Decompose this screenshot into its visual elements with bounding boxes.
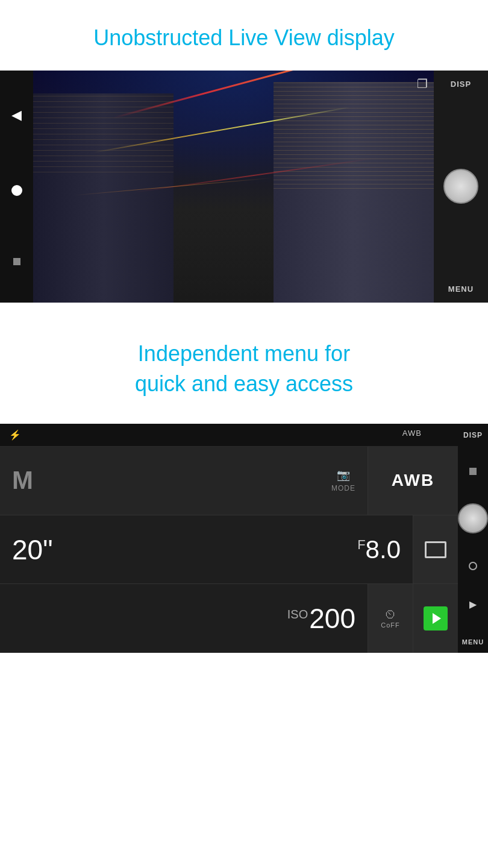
awb-value: AWB — [392, 471, 434, 490]
control-row-iso[interactable]: ISO200 ⏲ CoFF — [0, 584, 458, 652]
top-status-bar: ⚡ AWB — [0, 424, 458, 447]
coff-label: CoFF — [381, 621, 400, 629]
small-square-icon — [469, 468, 477, 475]
exposure-cell[interactable]: 20" F8.0 — [0, 515, 413, 583]
mode-cell[interactable]: M 📷 MODE — [0, 447, 368, 515]
arrow-left-icon[interactable]: ◀ — [11, 107, 22, 123]
iso-prefix: ISO — [287, 608, 308, 621]
disp-button-2[interactable]: DISP — [463, 431, 483, 439]
mode-label: MODE — [331, 484, 355, 492]
play-triangle-icon — [433, 613, 441, 624]
right-panel-1: DISP MENU — [434, 71, 488, 303]
control-row-exposure[interactable]: 20" F8.0 — [0, 515, 458, 584]
control-row-mode[interactable]: M 📷 MODE AWB — [0, 447, 458, 515]
awb-top-label: AWB — [402, 429, 422, 438]
live-view-area: ❐ — [33, 71, 434, 303]
shutter-button-1[interactable] — [443, 169, 478, 204]
exposure-value: 20" — [12, 533, 53, 566]
flash-icon: ⚡ — [9, 429, 21, 441]
awb-cell[interactable]: AWB — [368, 447, 458, 515]
building-left — [33, 93, 174, 303]
right-panel-2: DISP ▶ MENU — [458, 424, 488, 653]
menu-button-2[interactable]: MENU — [462, 638, 484, 646]
shutter-button-2[interactable] — [458, 503, 488, 533]
mode-right: 📷 MODE — [331, 468, 355, 492]
play-cell[interactable] — [413, 584, 458, 652]
menu-button-1[interactable]: MENU — [448, 285, 474, 294]
camera-ui-2: ⚡ AWB M 📷 MODE AWB 20" F8.0 — [0, 424, 488, 653]
play-button-green[interactable] — [424, 606, 448, 631]
frame-icon — [425, 541, 446, 558]
fullscreen-icon[interactable]: ❐ — [417, 77, 428, 91]
disp-button-1[interactable]: DISP — [451, 80, 471, 89]
section-1-title: Unobstructed Live View display — [0, 0, 488, 71]
arrow-right-icon[interactable]: ▶ — [469, 599, 477, 610]
frame-cell[interactable] — [413, 515, 458, 583]
section-2-title: Independent menu for quick and easy acce… — [0, 303, 488, 424]
camera-small-icon: 📷 — [337, 468, 350, 482]
ccoff-content: ⏲ CoFF — [381, 608, 400, 629]
mode-letter: M — [12, 466, 33, 495]
dot-white — [11, 185, 22, 196]
dot-small-icon — [13, 258, 20, 265]
iso-cell[interactable]: ISO200 — [0, 584, 368, 652]
ccoff-cell[interactable]: ⏲ CoFF — [368, 584, 413, 652]
main-controls: ⚡ AWB M 📷 MODE AWB 20" F8.0 — [0, 424, 458, 653]
street-scene — [33, 71, 434, 303]
fstop-prefix: F — [357, 537, 365, 552]
dot-ring-icon — [469, 562, 477, 570]
camera-ui-1: ◀ ❐ DISP MENU — [0, 71, 488, 303]
iso-value: ISO200 — [287, 602, 355, 635]
left-panel-1: ◀ — [0, 71, 33, 303]
fstop-value: F8.0 — [357, 535, 401, 564]
building-right — [274, 82, 434, 303]
timer-icon: ⏲ — [384, 608, 396, 621]
